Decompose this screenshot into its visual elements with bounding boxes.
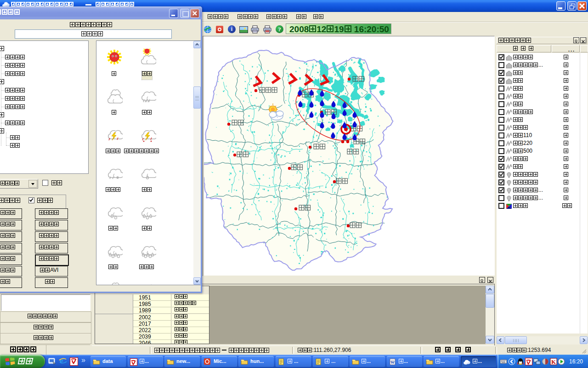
svg-text:K: K [551,358,556,365]
svg-text:W: W [390,360,395,365]
